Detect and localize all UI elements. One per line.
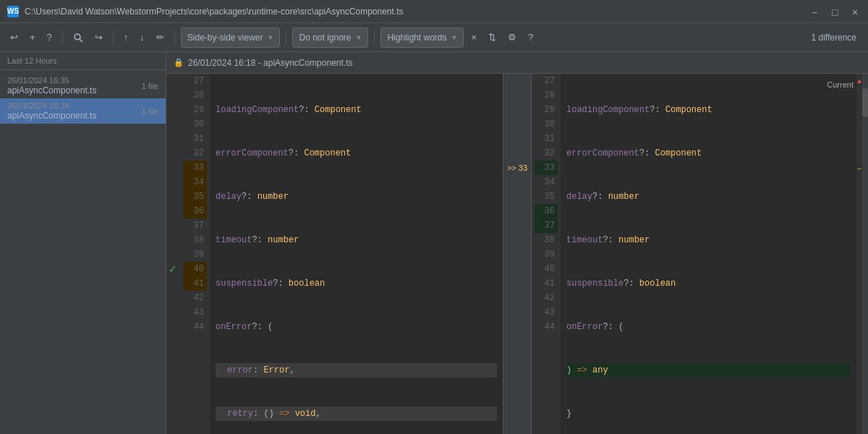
gutter-12 [503,233,531,247]
left-lnum-35: 35 [184,190,207,204]
sidebar-item-2-name: apiAsyncComponent.ts [7,111,96,121]
diff-count: 1 difference [812,33,863,43]
error-indicator-column: ● – [856,74,862,434]
maximize-button[interactable]: □ [832,7,841,16]
ignore-label: Do not ignore [299,33,351,43]
right-code-content: loadingComponent?: Component errorCompon… [561,74,856,434]
left-lnum-41: 41 [184,276,207,291]
sidebar-item-2-date: 26/01/2024 16:34 [7,101,96,110]
right-panel: 27 28 29 30 31 32 33 34 35 36 37 38 39 4… [532,74,868,434]
error-dot-32 [856,146,862,161]
title-bar: WS C:\Users\David Watson\WebstormProject… [0,0,868,23]
navigate-up-button[interactable]: ↑ [119,27,133,48]
viewer-arrow-icon: ▼ [268,34,274,41]
left-line-numbers: 27 28 29 30 31 32 33 34 35 36 37 38 39 4… [181,74,210,434]
edit-button[interactable]: ✏ [152,27,169,48]
gutter-1 [503,74,531,88]
left-code-line-30: timeout?: number [216,233,497,247]
right-code-area: 27 28 29 30 31 32 33 34 35 36 37 38 39 4… [532,74,868,434]
viewer-dropdown[interactable]: Side-by-side viewer ▼ [181,27,281,48]
gutter-6 [503,146,531,161]
undo-button[interactable]: ↩ [6,27,22,48]
right-scrollbar-thumb[interactable] [862,88,868,117]
separator-5 [374,30,375,45]
fold-arrow-icon[interactable]: >> 33 [503,161,531,175]
left-lnum-31: 31 [184,132,207,146]
gutter-8 [503,175,531,190]
error-dot-38 [856,233,862,247]
error-dot-28 [856,88,862,103]
left-lnum-39: 39 [184,247,207,262]
left-code-line-31: suspensible?: boolean [216,276,497,291]
separator-4 [286,30,286,45]
close-diff-button[interactable]: × [467,27,481,48]
help2-button[interactable]: ? [524,27,537,48]
diff-panels: ✓ 27 28 29 30 31 32 33 34 35 36 37 [166,74,868,434]
right-lnum-27: 27 [535,74,558,88]
highlight-arrow-icon: ▼ [451,34,457,41]
error-dot-29 [856,103,862,117]
separator-3 [174,30,175,45]
add-button[interactable]: + [25,27,40,48]
left-check-column: ✓ [166,74,181,434]
right-lnum-41: 41 [535,276,558,291]
left-code-content: loadingComponent?: Component errorCompon… [210,74,503,434]
highlight-label: Highlight words [387,33,446,43]
sync-button[interactable]: ⇅ [484,27,501,48]
error-dot-27: ● [856,74,862,88]
left-lnum-34: 34 [184,175,207,190]
content-area: 🔒 26/01/2024 16:18 - apiAsyncComponent.t… [166,52,868,434]
sidebar-item-1-meta: 1 file [142,82,158,90]
navigate-down-button[interactable]: ↓ [135,27,149,48]
right-code-line-29: delay?: number [566,190,851,204]
error-dot-41 [856,276,862,291]
left-code-line-32: onError?: ( [216,320,497,334]
right-lnum-36: 36 [535,204,558,218]
sidebar-item-1[interactable]: 26/01/2024 16:35 apiAsyncComponent.ts 1 … [0,73,166,98]
left-lnum-43: 43 [184,305,207,320]
right-lnum-43: 43 [535,305,558,320]
right-scrollbar[interactable] [862,74,868,434]
sidebar-item-1-date: 26/01/2024 16:35 [7,76,96,85]
error-dot-42 [856,291,862,305]
highlight-dropdown[interactable]: Highlight words ▼ [380,27,464,48]
error-dot-33: – [856,161,862,175]
left-lnum-36: 36 [184,204,207,218]
gutter-10 [503,204,531,218]
left-lnum-33: 33 [184,161,207,175]
lock-icon: 🔒 [174,58,184,67]
file-header-date-name: 26/01/2024 16:18 - apiAsyncComponent.ts [188,58,352,68]
help-button[interactable]: ? [43,27,56,48]
separator-2 [113,30,114,45]
error-dot-40 [856,262,862,276]
right-code-line-28: errorComponent?: Component [566,146,851,161]
toolbar: ↩ + ? ↪ ↑ ↓ ✏ Side-by-side viewer ▼ Do n… [0,23,868,52]
sidebar-item-2[interactable]: 26/01/2024 16:34 apiAsyncComponent.ts 1 … [0,98,166,124]
ignore-arrow-icon: ▼ [356,34,362,41]
close-button[interactable]: × [852,7,861,16]
gutter-13 [503,247,531,262]
search-button[interactable] [69,27,88,48]
left-lnum-28: 28 [184,88,207,103]
right-lnum-44: 44 [535,320,558,334]
separator-1 [62,30,63,45]
error-dot-35 [856,190,862,204]
left-code-line-33: error: Error, [216,363,497,378]
left-panel: ✓ 27 28 29 30 31 32 33 34 35 36 37 [166,74,503,434]
settings-button[interactable]: ⚙ [503,27,521,48]
right-code-line-32: onError?: ( [566,320,851,334]
redo-button[interactable]: ↪ [90,27,107,48]
sidebar: Last 12 Hours 26/01/2024 16:35 apiAsyncC… [0,52,166,434]
window-controls: − □ × [812,7,861,16]
right-line-numbers: 27 28 29 30 31 32 33 34 35 36 37 38 39 4… [532,74,561,434]
left-code-area: ✓ 27 28 29 30 31 32 33 34 35 36 37 [166,74,503,434]
error-dot-44 [856,320,862,334]
file-header: 🔒 26/01/2024 16:18 - apiAsyncComponent.t… [166,52,868,74]
minimize-button[interactable]: − [812,7,820,16]
svg-line-1 [80,39,82,42]
ignore-dropdown[interactable]: Do not ignore ▼ [292,27,368,48]
gutter-2 [503,88,531,103]
left-lnum-29: 29 [184,103,207,117]
error-dot-31 [856,132,862,146]
right-code-line-30: timeout?: number [566,233,851,247]
